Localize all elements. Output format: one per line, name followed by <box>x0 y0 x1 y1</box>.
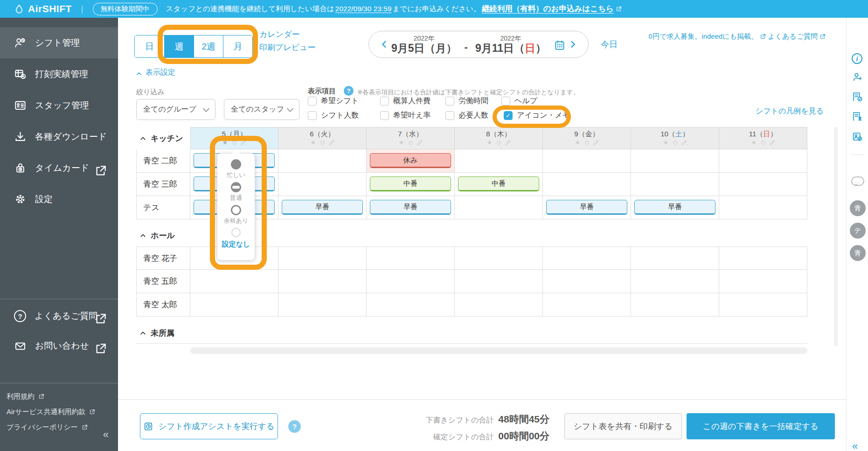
day-header-tue[interactable]: 6（火） <box>278 127 367 149</box>
shift-chip[interactable]: 早番 <box>282 200 363 215</box>
checkbox-shift-count[interactable]: シフト人数 <box>308 110 359 121</box>
shift-cell[interactable]: 休み <box>367 149 455 173</box>
shift-cell[interactable] <box>455 247 543 270</box>
shift-cell[interactable] <box>367 293 455 317</box>
favorite-star-icon[interactable] <box>662 139 669 146</box>
add-staff-icon[interactable] <box>852 71 863 83</box>
shift-chip[interactable]: 早番 <box>370 200 451 215</box>
sidebar-item-contact[interactable]: お問い合わせ <box>0 331 118 361</box>
favorite-star-icon[interactable] <box>574 139 581 146</box>
shift-cell[interactable] <box>719 247 807 270</box>
shift-cell[interactable]: 早番 <box>367 196 455 219</box>
sidebar-item-settings[interactable]: 設定 <box>0 183 118 215</box>
status-circle-icon[interactable] <box>672 139 679 146</box>
faq-link[interactable]: よくあるご質問 <box>768 30 826 43</box>
view-week-button[interactable]: 週 <box>164 35 194 57</box>
sidebar-collapse-button[interactable]: « <box>103 429 108 441</box>
shift-cell[interactable] <box>278 270 367 293</box>
memo-pencil-icon[interactable] <box>681 139 688 146</box>
staff-avatar[interactable]: 青 <box>850 245 866 261</box>
shift-cell[interactable] <box>278 173 367 196</box>
shift-chip[interactable]: 休み <box>370 153 451 168</box>
group-header-kitchen[interactable]: キッチン <box>136 127 190 149</box>
air-terms-link[interactable]: Airサービス共通利用約款 <box>7 404 118 420</box>
checkbox-work-hours[interactable]: 労働時間 <box>445 95 488 106</box>
day-header-wed[interactable]: 7（水） <box>367 127 455 149</box>
prev-week-button[interactable] <box>379 39 389 49</box>
calendar-icon[interactable] <box>554 39 566 51</box>
shift-request-check-icon[interactable] <box>852 91 863 103</box>
today-link[interactable]: 今日 <box>601 39 618 50</box>
popup-option-normal[interactable]: 普通 <box>217 182 255 202</box>
shift-cell[interactable] <box>631 173 719 196</box>
shift-cell[interactable] <box>455 149 543 173</box>
shift-cell[interactable] <box>719 293 807 317</box>
favorite-star-icon[interactable] <box>310 139 317 146</box>
shift-chip[interactable]: 早番 <box>634 200 715 215</box>
shift-chip[interactable]: 中番 <box>370 176 451 191</box>
print-preview-link[interactable]: 印刷プレビュー <box>259 41 316 54</box>
status-circle-icon[interactable] <box>407 139 414 146</box>
shift-assist-button[interactable]: シフト作成アシストを実行する <box>140 413 278 439</box>
shift-cell[interactable] <box>278 247 367 270</box>
group-select[interactable]: 全てのグループ <box>136 99 215 120</box>
status-circle-icon[interactable] <box>495 139 502 146</box>
shift-cell[interactable] <box>278 149 367 173</box>
shift-cell[interactable] <box>278 293 367 317</box>
shift-cell[interactable]: 早番 <box>543 196 631 219</box>
bulk-confirm-button[interactable]: この週の下書きを一括確定する <box>687 413 835 439</box>
shift-cell[interactable] <box>719 149 807 173</box>
calendar-link[interactable]: カレンダー <box>259 28 316 41</box>
sidebar-item-time-record[interactable]: 打刻実績管理 <box>0 58 118 90</box>
shift-pending-icon[interactable] <box>852 111 863 122</box>
memo-pencil-icon[interactable] <box>505 139 512 146</box>
terms-link[interactable]: 利用規約 <box>7 389 118 404</box>
shift-chip[interactable]: 早番 <box>546 200 627 215</box>
shift-cell[interactable] <box>631 293 719 317</box>
paid-signup-link[interactable]: 継続利用（有料）のお申込みはこちら <box>482 4 622 14</box>
staff-avatar[interactable]: テ <box>850 223 866 239</box>
assist-help-icon[interactable]: ? <box>288 420 301 433</box>
group-header-unassigned[interactable]: 未所属 <box>136 323 807 344</box>
shift-cell[interactable] <box>543 247 631 270</box>
clear-setting-link[interactable]: 設定なし <box>217 240 255 249</box>
display-items-help-icon[interactable]: ? <box>344 86 354 96</box>
status-circle-icon[interactable] <box>583 139 590 146</box>
favorite-star-icon[interactable] <box>222 139 229 146</box>
checkbox-labor-cost[interactable]: 概算人件費 <box>380 95 431 106</box>
day-header-thu[interactable]: 8（木） <box>455 127 543 149</box>
favorite-star-icon[interactable] <box>750 139 757 146</box>
sidebar-item-shift-management[interactable]: シフト管理 <box>0 27 118 58</box>
shift-cell[interactable]: 早番 <box>631 196 719 219</box>
shift-cell[interactable] <box>367 247 455 270</box>
day-header-sun[interactable]: 11（日） <box>719 127 807 149</box>
popup-option-busy[interactable]: 忙しい <box>217 159 255 179</box>
shift-cell[interactable] <box>719 173 807 196</box>
shift-cell[interactable] <box>543 270 631 293</box>
comments-icon[interactable]: … <box>851 176 864 186</box>
checkbox-wish-rate[interactable]: 希望叶え率 <box>380 110 431 121</box>
recruit-link[interactable]: 0円で求人募集。indeedにも掲載。 <box>649 30 766 43</box>
shift-cell[interactable] <box>631 270 719 293</box>
shift-cell[interactable] <box>455 270 543 293</box>
shift-cell[interactable] <box>631 149 719 173</box>
vertical-scrollbar[interactable] <box>834 127 838 346</box>
sidebar-item-staff-management[interactable]: スタッフ管理 <box>0 90 118 121</box>
day-header-fri[interactable]: 9（金） <box>543 127 631 149</box>
shift-cell[interactable]: 中番 <box>455 173 543 196</box>
app-logo[interactable]: AirSHIFT <box>14 3 72 14</box>
staff-avatar[interactable]: 青 <box>850 200 866 216</box>
staff-confirm-icon[interactable] <box>852 131 863 142</box>
view-day-button[interactable]: 日 <box>135 35 164 57</box>
memo-pencil-icon[interactable] <box>593 139 600 146</box>
memo-pencil-icon[interactable] <box>769 139 776 146</box>
shift-cell[interactable] <box>719 270 807 293</box>
favorite-star-icon[interactable] <box>486 139 493 146</box>
memo-pencil-icon[interactable] <box>417 139 424 146</box>
shift-cell[interactable] <box>190 293 278 317</box>
shift-cell[interactable] <box>631 247 719 270</box>
next-week-button[interactable] <box>568 39 578 49</box>
favorite-star-icon[interactable] <box>398 139 405 146</box>
sidebar-item-downloads[interactable]: 各種ダウンロード <box>0 121 118 152</box>
checkbox-wish-shift[interactable]: 希望シフト <box>308 95 359 106</box>
